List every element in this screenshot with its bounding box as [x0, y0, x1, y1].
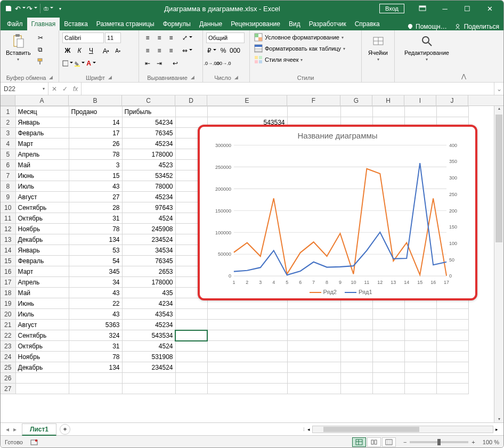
cell[interactable]: 34534: [122, 245, 175, 256]
cell[interactable]: [207, 320, 287, 330]
cells-button[interactable]: Ячейки ▾: [366, 32, 390, 63]
align-bottom-icon[interactable]: ≡: [166, 32, 176, 43]
dialog-launcher-icon[interactable]: ◢: [234, 75, 238, 81]
copy-icon[interactable]: ⧉: [35, 44, 46, 55]
cell[interactable]: [372, 352, 404, 362]
cell[interactable]: Прибыль: [122, 107, 175, 117]
row-header[interactable]: 27: [1, 384, 15, 394]
cell[interactable]: [287, 107, 340, 117]
cell[interactable]: [404, 341, 436, 352]
cell[interactable]: [340, 107, 372, 117]
zoom-slider[interactable]: [410, 441, 468, 443]
cell[interactable]: Март: [15, 266, 69, 277]
italic-button[interactable]: К: [74, 45, 85, 56]
cell[interactable]: 45234: [122, 192, 175, 202]
sheet-nav-prev-icon[interactable]: ◂: [6, 426, 9, 433]
hscroll-left-icon[interactable]: ◂: [307, 427, 310, 432]
cell[interactable]: [340, 373, 372, 384]
row-header[interactable]: 8: [1, 181, 15, 192]
cell[interactable]: [287, 362, 340, 373]
select-all-button[interactable]: [1, 95, 15, 105]
cell[interactable]: 31: [69, 213, 122, 224]
cell[interactable]: [69, 373, 122, 384]
cell[interactable]: [372, 107, 404, 117]
cell[interactable]: 4234: [122, 298, 175, 309]
close-icon[interactable]: ✕: [479, 1, 500, 16]
cell[interactable]: [207, 330, 287, 341]
cell[interactable]: [15, 373, 69, 384]
cell[interactable]: Июнь: [15, 170, 69, 181]
cell[interactable]: 76345: [122, 128, 175, 139]
page-layout-view-button[interactable]: [367, 437, 381, 447]
cell[interactable]: [207, 107, 287, 117]
cell[interactable]: 543534: [122, 330, 175, 341]
decrease-font-icon[interactable]: A▾: [112, 45, 123, 56]
row-header[interactable]: 22: [1, 330, 15, 341]
cell[interactable]: [340, 362, 372, 373]
column-header[interactable]: D: [175, 95, 207, 105]
tab-главная[interactable]: Главная: [27, 18, 60, 30]
cell[interactable]: [175, 341, 207, 352]
cell[interactable]: 15: [69, 170, 122, 181]
tab-рецензирование[interactable]: Рецензирование: [226, 18, 284, 30]
cell[interactable]: 78: [69, 149, 122, 160]
row-header[interactable]: 19: [1, 298, 15, 309]
row-header[interactable]: 24: [1, 352, 15, 362]
cell[interactable]: 43: [69, 181, 122, 192]
decrease-decimal-icon[interactable]: .00→.0: [218, 58, 229, 69]
sheet-nav-next-icon[interactable]: ▸: [13, 426, 17, 433]
cell[interactable]: [404, 384, 436, 394]
cell[interactable]: Июнь: [15, 298, 69, 309]
tab-справка[interactable]: Справка: [351, 18, 384, 30]
increase-indent-icon[interactable]: ⇥: [154, 58, 165, 69]
cell[interactable]: 34: [69, 277, 122, 288]
cell[interactable]: [404, 330, 436, 341]
cell[interactable]: [207, 362, 287, 373]
row-header[interactable]: 7: [1, 170, 15, 181]
cell[interactable]: 27: [69, 192, 122, 202]
row-header[interactable]: 5: [1, 149, 15, 160]
cell[interactable]: 45234: [122, 320, 175, 330]
cell[interactable]: Май: [15, 160, 69, 170]
cell[interactable]: [287, 341, 340, 352]
cell[interactable]: 26: [69, 139, 122, 149]
cell[interactable]: 97643: [122, 202, 175, 213]
decrease-indent-icon[interactable]: ⇤: [142, 58, 153, 69]
normal-view-button[interactable]: [352, 437, 366, 447]
cell[interactable]: [436, 373, 468, 384]
enter-formula-icon[interactable]: ✓: [62, 85, 68, 93]
cell[interactable]: [207, 373, 287, 384]
cell[interactable]: 78000: [122, 181, 175, 192]
row-header[interactable]: 20: [1, 309, 15, 320]
cell[interactable]: [207, 384, 287, 394]
cell[interactable]: [372, 384, 404, 394]
tab-файл[interactable]: Файл: [3, 18, 27, 30]
cell[interactable]: Август: [15, 320, 69, 330]
cell[interactable]: [340, 320, 372, 330]
cell[interactable]: 2653: [122, 266, 175, 277]
tab-вставка[interactable]: Вставка: [60, 18, 92, 30]
tab-вид[interactable]: Вид: [284, 18, 305, 30]
cell[interactable]: 4523: [122, 160, 175, 170]
row-header[interactable]: 4: [1, 139, 15, 149]
cell[interactable]: [404, 320, 436, 330]
cell[interactable]: [436, 107, 468, 117]
share-button[interactable]: Поделиться: [451, 23, 503, 30]
cell[interactable]: 31: [69, 341, 122, 352]
format-painter-icon[interactable]: [35, 56, 46, 67]
cell[interactable]: [175, 309, 207, 320]
cell[interactable]: [287, 373, 340, 384]
scroll-thumb[interactable]: [495, 115, 502, 242]
cell[interactable]: [175, 107, 207, 117]
percent-format-icon[interactable]: %: [218, 45, 229, 56]
cell[interactable]: Март: [15, 139, 69, 149]
row-header[interactable]: 25: [1, 362, 15, 373]
cell[interactable]: [122, 384, 175, 394]
cell[interactable]: [340, 341, 372, 352]
cell[interactable]: [372, 362, 404, 373]
hscroll-right-icon[interactable]: ▸: [495, 427, 498, 432]
cell[interactable]: Февраль: [15, 256, 69, 266]
cell[interactable]: [436, 330, 468, 341]
cell[interactable]: Январь: [15, 245, 69, 256]
formula-input[interactable]: [82, 83, 494, 95]
